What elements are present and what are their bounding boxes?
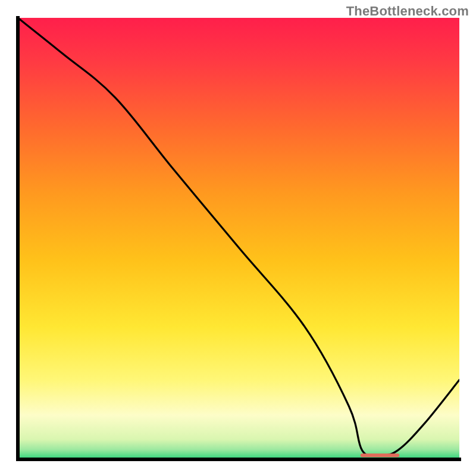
chart-container: TheBottleneck.com: [0, 0, 476, 476]
plot-background: [18, 18, 459, 459]
bottleneck-chart: [0, 0, 476, 476]
